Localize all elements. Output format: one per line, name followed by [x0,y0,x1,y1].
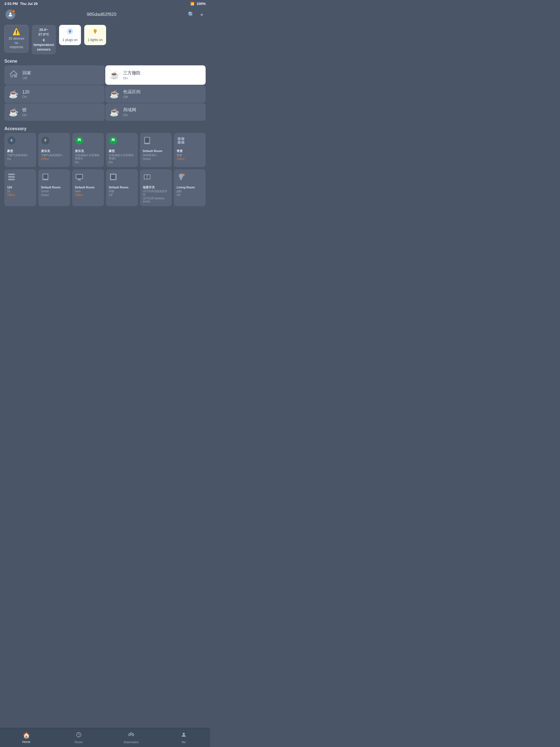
acc-status-2: Offline [41,157,49,160]
alert-card[interactable]: ⚠️ 35 devices no response [4,25,28,52]
flame-icon [7,136,16,147]
acc-status-3: Dis [75,161,79,164]
header-avatar[interactable] [5,9,15,19]
summary-section: ⚠️ 35 devices no response 20.0~ 27.0°C 8… [0,23,210,58]
acc-name-1: 豪恩 [7,149,13,153]
tablet-icon [143,136,152,147]
acc-status-1: Dis [7,157,11,160]
acc-sub-1: 可燃气体探测器h [7,154,28,157]
svg-rect-2 [69,29,70,31]
acc-sub-4: 光电感烟火灾探测报警器h [109,154,135,160]
scene-icon-sanfang: ☕ [110,71,119,80]
svg-rect-24 [78,179,80,180]
status-right: 📶 100% [190,2,206,6]
acc-status-7: Offline [7,194,15,197]
acc-sub-5: Sbkk呀我们 [143,154,157,157]
search-icon[interactable]: 🔍 [188,11,195,18]
scene-icon-juyuwang: ☕ [110,108,119,117]
smoke-gray-icon [41,136,50,147]
svg-rect-19 [8,179,15,180]
main-content: ⚠️ 35 devices no response 20.0~ 27.0°C 8… [0,23,210,232]
acc-sub-9: Gimi [75,190,81,193]
acc-card-letour[interactable]: 场景开关 LETOUR无线场景开关 LETOUR wireless scene [140,169,172,206]
acc-name-12: Living Room [177,186,195,189]
scene-item-suo[interactable]: ☕ 锁 On [4,103,105,121]
acc-sub-7: S1 [7,190,10,193]
acc-card-sonos[interactable]: Default Room Sonos Online [38,169,70,206]
acc-card-120-s1[interactable]: 120 S1 Offline [4,169,36,206]
accessory-grid: 豪恩 可燃气体探测器h Dis 麦乐克 可燃气体探测器m Offline 麦乐克… [4,133,206,206]
status-left: 2:53 PM Thu Jul 29 [4,2,37,6]
scene-item-huijia[interactable]: 回家 Off [4,66,105,85]
smoke-green-icon-1 [75,136,84,147]
time: 2:53 PM [4,2,18,6]
list-icon [7,173,16,183]
acc-name-9: Default Room [75,186,95,189]
scene-item-sanfang[interactable]: ☕ 三方撤防 On [105,66,206,85]
temp-range-top: 20.0~ [40,28,48,32]
header-title: 985dad62f920 [87,12,117,17]
scene-item-sewenjian[interactable]: ☕ 色温区间 Off [105,85,206,103]
svg-rect-29 [145,175,147,179]
scene-icon-120: ☕ [9,90,18,99]
lights-card[interactable]: 1 lights on [84,25,106,45]
acc-card-apo[interactable]: Default Room 阿婆 Off [106,169,138,206]
header-actions: 🔍 ＋ [188,11,205,18]
svg-point-0 [9,12,11,15]
acc-sub-10: 阿婆 [109,190,114,193]
wifi-icon: 📶 [190,2,195,6]
scene-status-120: On [22,95,29,99]
temp-card[interactable]: 20.0~ 27.0°C 8 temperature sensors [32,25,56,54]
acc-status-8: Online [41,194,49,197]
acc-card-defaultroom-sbkk[interactable]: Default Room Sbkk呀我们 Online [140,133,172,167]
acc-card-haoen-gas[interactable]: 豪恩 可燃气体探测器h Dis [4,133,36,167]
add-icon[interactable]: ＋ [199,11,205,18]
plugs-card[interactable]: 1 plugs on [59,25,81,45]
scene-status-juyuwang: On [123,113,136,117]
acc-name-4: 豪恩 [109,149,115,153]
acc-status-9: Offline [75,194,83,197]
acc-card-livingroom-bulb[interactable]: ✓ Living Room jgfhj Off [174,169,206,206]
grid-icon [177,136,185,147]
status-bar: 2:53 PM Thu Jul 29 📶 100% [0,0,210,7]
scene-icon-suo: ☕ [9,108,18,117]
acc-sub-12: jgfhj [177,190,182,193]
smoke-green-icon-2 [109,136,118,147]
svg-rect-13 [178,137,181,140]
scene-name-juyuwang: 局域网 [123,107,136,113]
square-icon [109,173,118,183]
acc-sub-2: 可燃气体探测器m [41,154,62,157]
plugs-label: 1 plugs on [62,38,77,42]
temp-range-bottom: 27.0°C [38,32,49,37]
acc-status-4: Dis [109,161,113,164]
light-icon [91,28,99,37]
svg-rect-18 [8,176,15,177]
svg-text:✓: ✓ [183,174,184,176]
svg-point-5 [94,29,97,32]
acc-name-8: Default Room [41,186,61,189]
acc-sub-8: Sonos [41,190,49,193]
svg-rect-16 [181,141,184,144]
acc-card-gimi[interactable]: Default Room Gimi Offline [72,169,104,206]
acc-status-5: Online [143,157,151,160]
acc-name-10: Default Room [109,186,128,189]
acc-card-maleke-gas[interactable]: 麦乐克 可燃气体探测器m Offline [38,133,70,167]
acc-card-haoen-smoke[interactable]: 豪恩 光电感烟火灾探测报警器h Dis [106,133,138,167]
svg-rect-21 [43,174,48,179]
monitor-icon [75,173,84,183]
scene-label: Scene [0,58,210,66]
header: 985dad62f920 🔍 ＋ [0,7,210,23]
acc-name-2: 麦乐克 [41,149,50,153]
scene-status-sewenjian: Off [123,95,141,99]
acc-name-11: 场景开关 [143,186,155,189]
acc-name-5: Default Room [143,149,162,153]
scene-icon-huijia [9,69,19,81]
scene-item-juyuwang[interactable]: ☕ 局域网 On [105,103,206,121]
svg-rect-31 [180,179,182,179]
svg-rect-25 [77,180,81,180]
acc-card-maleke-smoke[interactable]: 麦乐克 光电感烟火灾探测报警器m Dis [72,133,104,167]
svg-point-9 [75,137,83,145]
bulb-icon: ✓ [177,173,185,183]
scene-item-120[interactable]: ☕ 120 On [4,85,105,103]
acc-card-qingwo[interactable]: 青窝 青窝 Offline [174,133,206,167]
